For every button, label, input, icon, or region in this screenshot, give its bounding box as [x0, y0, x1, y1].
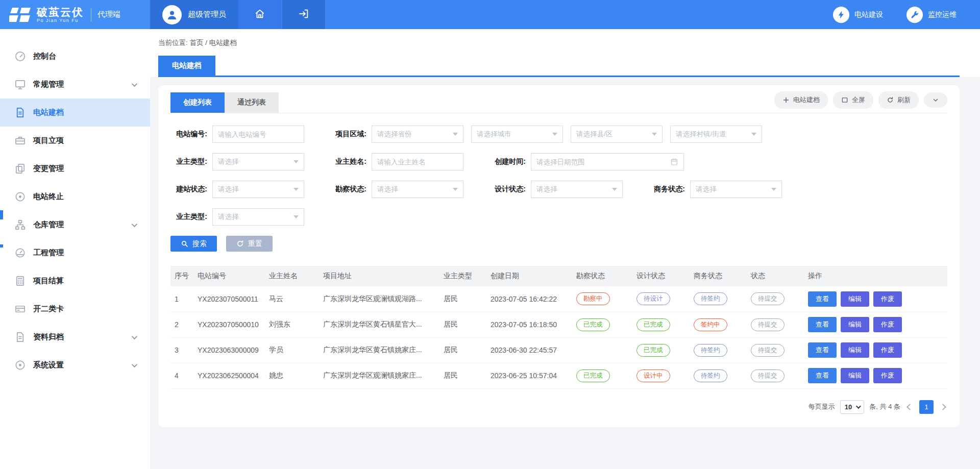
- chevron-down-icon: [132, 333, 137, 339]
- panel-header: 创建列表 通过列表 电站建档全屏刷新: [170, 85, 947, 113]
- sidebar-item-label: 工程管理: [33, 248, 64, 258]
- sidebar-item-控制台[interactable]: 控制台: [0, 42, 150, 70]
- fullscreen-icon: [841, 96, 848, 104]
- logout-button[interactable]: [282, 0, 325, 29]
- void-button[interactable]: 作废: [873, 291, 902, 307]
- filter-select-请选择村镇/街道[interactable]: 请选择村镇/街道: [670, 126, 762, 143]
- status-badge: 勘察中: [576, 292, 610, 305]
- home-button[interactable]: [238, 0, 281, 29]
- column-header-勘察状态: 勘察状态: [572, 266, 632, 286]
- status-cell: 已完成: [632, 312, 690, 337]
- reset-button[interactable]: 重置: [226, 236, 273, 252]
- view-button[interactable]: 查看: [808, 368, 837, 383]
- filter-select-请选择[interactable]: 请选择: [212, 208, 304, 226]
- page-tab-station-archive[interactable]: 电站建档: [158, 56, 215, 76]
- sidebar-item-电站建档[interactable]: 电站建档: [0, 98, 150, 127]
- nav-monitor-ops-label: 监控运维: [928, 10, 957, 19]
- text-input[interactable]: [377, 158, 458, 166]
- filter-input-电站编号:[interactable]: [212, 126, 304, 143]
- view-button[interactable]: 查看: [808, 342, 837, 358]
- sidebar-scrollbar-thumb[interactable]: [0, 210, 3, 219]
- text-input[interactable]: [218, 131, 299, 138]
- nav-station-build[interactable]: 电站建设: [833, 0, 883, 29]
- void-button[interactable]: 作废: [873, 317, 902, 332]
- status-cell: 待提交: [747, 363, 804, 388]
- toolbar-button-刷新[interactable]: 刷新: [878, 91, 919, 109]
- cell-code: YX2023070500011: [193, 286, 265, 312]
- breadcrumb-path[interactable]: 首页 / 电站建档: [190, 39, 237, 46]
- cell-index: 2: [170, 312, 193, 337]
- sidebar-item-label: 电站终止: [33, 192, 64, 202]
- filter-select-请选择[interactable]: 请选择: [690, 181, 782, 198]
- edit-button[interactable]: 编辑: [841, 342, 869, 358]
- brand-portal-label: 代理端: [97, 10, 120, 19]
- per-page-select[interactable]: 10: [840, 400, 864, 414]
- filter-date-range[interactable]: [531, 153, 684, 170]
- toolbar-button-全屏[interactable]: 全屏: [833, 91, 873, 109]
- edit-button[interactable]: 编辑: [841, 368, 869, 383]
- edit-button[interactable]: 编辑: [841, 317, 869, 332]
- table-row: 3YX2023063000009学员广东深圳龙华区黄石镇姚家庄...居民2023…: [170, 337, 947, 363]
- total-count-text: 条, 共 4 条: [869, 402, 900, 411]
- search-button[interactable]: 搜索: [170, 236, 217, 252]
- edit-button[interactable]: 编辑: [841, 291, 869, 307]
- filter-select-请选择[interactable]: 请选择: [212, 181, 304, 198]
- sidebar-item-仓库管理[interactable]: 仓库管理: [0, 211, 150, 239]
- filter-select-请选择[interactable]: 请选择: [212, 153, 304, 170]
- next-page-button[interactable]: [940, 404, 946, 410]
- sidebar-item-变更管理[interactable]: 变更管理: [0, 155, 150, 183]
- sidebar-item-label: 系统设置: [33, 360, 64, 370]
- chevron-down-icon: [652, 133, 657, 136]
- filter-select-请选择省份[interactable]: 请选择省份: [372, 126, 463, 143]
- sidebar-item-常规管理[interactable]: 常规管理: [0, 70, 150, 98]
- monitor-icon: [14, 79, 26, 90]
- filter-select-请选择县/区[interactable]: 请选择县/区: [571, 126, 663, 143]
- cell-created: 2023-07-05 16:42:22: [486, 286, 572, 312]
- toolbar-button-电站建档[interactable]: 电站建档: [774, 91, 828, 109]
- chevron-down-icon: [453, 188, 458, 191]
- filter-label: 项目区域:: [330, 130, 366, 139]
- sidebar-item-系统设置[interactable]: 系统设置: [0, 351, 150, 379]
- status-badge: 设计中: [636, 369, 670, 382]
- cell-created: 2023-06-25 10:57:04: [486, 363, 572, 388]
- sidebar-item-项目结算[interactable]: 项目结算: [0, 267, 150, 295]
- filter-select-请选择[interactable]: 请选择: [372, 181, 463, 198]
- filter-input-业主姓名:[interactable]: [372, 153, 463, 170]
- filter-select-请选择城市[interactable]: 请选择城市: [471, 126, 563, 143]
- calculator-icon: [14, 275, 26, 287]
- column-header-业主类型: 业主类型: [439, 266, 486, 286]
- status-badge: 已完成: [576, 318, 610, 331]
- sidebar-item-电站终止[interactable]: 电站终止: [0, 183, 150, 211]
- filter-label: 业主类型:: [170, 157, 207, 166]
- page-number-1[interactable]: 1: [919, 400, 934, 414]
- main-content: 当前位置: 首页 / 电站建档 电站建档 创建列表 通过列表 电站建档全屏刷新 …: [150, 29, 980, 469]
- sidebar-scrollbar-thumb[interactable]: [0, 244, 3, 248]
- date-range-input[interactable]: [536, 158, 670, 166]
- tab-passed-list[interactable]: 通过列表: [225, 92, 279, 113]
- sidebar-item-label: 资料归档: [33, 332, 64, 342]
- sidebar-item-工程管理[interactable]: 工程管理: [0, 239, 150, 267]
- select-placeholder: 请选择: [377, 185, 398, 194]
- user-menu[interactable]: 超级管理员: [150, 0, 238, 29]
- settings-icon: [14, 359, 26, 371]
- cell-owner_type: 居民: [439, 337, 486, 363]
- records-table: 序号电站编号业主姓名项目地址业主类型创建日期勘察状态设计状态商务状态状态操作 1…: [170, 266, 947, 389]
- cell-address: 广东深圳龙华区黄石镇姚家庄...: [319, 337, 439, 363]
- sidebar-item-项目立项[interactable]: 项目立项: [0, 127, 150, 155]
- bolt-icon: [833, 7, 849, 23]
- void-button[interactable]: 作废: [873, 342, 902, 358]
- sidebar-item-开二类卡[interactable]: 开二类卡: [0, 295, 150, 323]
- select-placeholder: 请选择省份: [377, 130, 412, 139]
- void-button[interactable]: 作废: [873, 368, 902, 383]
- status-cell: 待提交: [747, 337, 804, 363]
- toolbar-collapse-button[interactable]: [924, 92, 947, 108]
- status-cell: 待提交: [747, 312, 804, 337]
- view-button[interactable]: 查看: [808, 317, 837, 332]
- filter-select-请选择[interactable]: 请选择: [531, 181, 623, 198]
- view-button[interactable]: 查看: [808, 291, 837, 307]
- cell-owner: 马云: [265, 286, 319, 312]
- tab-create-list[interactable]: 创建列表: [170, 92, 225, 113]
- prev-page-button[interactable]: [906, 404, 913, 410]
- sidebar-item-资料归档[interactable]: 资料归档: [0, 323, 150, 351]
- nav-monitor-ops[interactable]: 监控运维: [906, 0, 957, 29]
